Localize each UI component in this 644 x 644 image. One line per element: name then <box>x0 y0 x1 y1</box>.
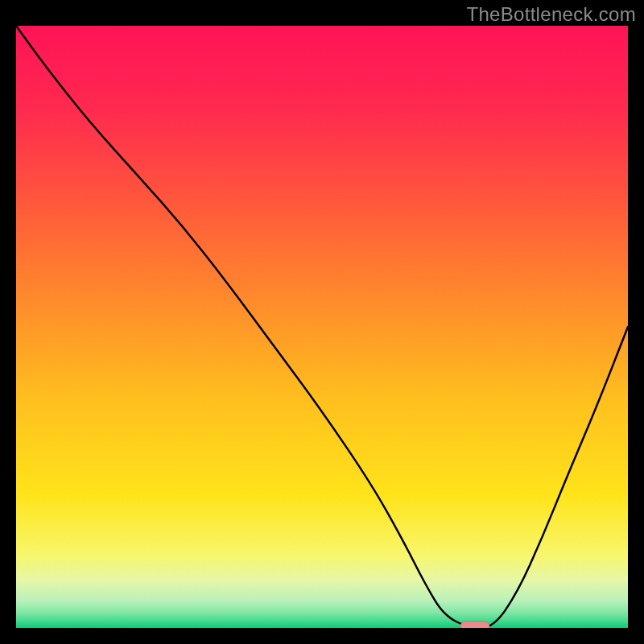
watermark-text: TheBottleneck.com <box>466 3 636 26</box>
chart-svg <box>16 26 628 628</box>
chart-container: TheBottleneck.com <box>0 0 644 644</box>
optimal-marker <box>460 621 489 628</box>
plot-area <box>16 26 628 628</box>
gradient-background <box>16 26 628 628</box>
